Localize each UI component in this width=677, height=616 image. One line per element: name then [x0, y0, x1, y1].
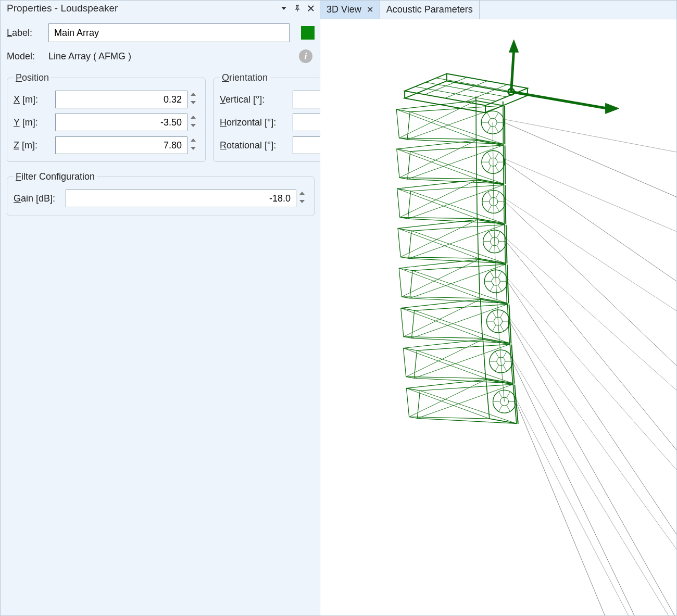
horizontal-label: Horizontal [°]:	[220, 117, 293, 128]
label-label: Label:	[7, 28, 48, 39]
svg-line-124	[506, 238, 676, 398]
gain-input[interactable]	[66, 190, 296, 207]
spin-down-icon[interactable]	[190, 123, 199, 130]
svg-line-98	[493, 162, 494, 202]
position-group: Position X [m]: Y [m]:	[7, 72, 206, 162]
svg-marker-1	[191, 93, 196, 96]
properties-panel-header: Properties - Loudspeaker	[1, 1, 320, 16]
svg-line-45	[495, 126, 498, 132]
svg-marker-2	[191, 101, 196, 104]
y-stepper[interactable]	[55, 114, 199, 131]
svg-line-186	[503, 365, 507, 371]
svg-line-93	[488, 192, 492, 198]
svg-marker-30	[606, 103, 619, 114]
svg-line-187	[495, 365, 499, 371]
svg-line-195	[512, 361, 676, 615]
svg-marker-198	[406, 388, 420, 419]
svg-line-219	[516, 401, 676, 615]
orientation-legend: Orientation	[220, 72, 270, 83]
pin-icon[interactable]	[293, 4, 302, 13]
svg-line-120	[477, 219, 478, 220]
right-panel: 3D View ✕ Acoustic Parameters	[320, 0, 677, 616]
svg-line-220	[516, 398, 676, 615]
label-input[interactable]	[48, 23, 290, 42]
svg-marker-174	[403, 348, 417, 378]
svg-line-165	[492, 311, 496, 318]
svg-line-216	[486, 379, 486, 380]
svg-marker-5	[191, 139, 196, 142]
model-row: Model: Line Array ( AFMG ) i	[7, 49, 315, 63]
spin-down-icon[interactable]	[298, 199, 308, 206]
z-input[interactable]	[55, 136, 187, 154]
svg-line-217	[513, 383, 513, 384]
info-icon[interactable]: i	[299, 49, 312, 63]
panel-menu-icon[interactable]	[279, 4, 289, 13]
spin-up-icon[interactable]	[298, 191, 308, 198]
svg-line-163	[492, 325, 496, 331]
svg-line-206	[420, 391, 516, 423]
svg-line-148	[507, 278, 676, 479]
viewport-3d[interactable]	[320, 19, 676, 615]
spin-down-icon[interactable]	[190, 146, 199, 153]
properties-panel: Properties - Loudspeaker Label:	[0, 0, 320, 616]
svg-line-67	[487, 166, 491, 172]
svg-line-95	[505, 185, 506, 224]
spin-down-icon[interactable]	[190, 100, 199, 107]
color-swatch[interactable]	[301, 26, 315, 40]
svg-line-118	[497, 232, 500, 238]
svg-line-121	[504, 223, 505, 224]
label-row: Label:	[7, 23, 315, 42]
x-label: X [m]:	[14, 94, 55, 105]
svg-line-158	[415, 310, 510, 343]
svg-line-144	[478, 258, 479, 259]
svg-line-145	[505, 263, 506, 265]
svg-line-142	[498, 271, 502, 278]
svg-line-123	[506, 242, 676, 460]
y-input[interactable]	[55, 114, 187, 131]
svg-line-196	[512, 358, 676, 615]
tab-3d-view-label: 3D View	[327, 4, 361, 15]
spin-up-icon[interactable]	[190, 137, 199, 145]
gain-label: Gain [dB]:	[14, 193, 66, 204]
svg-marker-28	[509, 40, 519, 52]
svg-line-139	[490, 285, 494, 291]
svg-line-213	[499, 392, 503, 398]
svg-line-143	[507, 265, 508, 303]
tab-strip: 3D View ✕ Acoustic Parameters	[320, 1, 676, 19]
svg-line-94	[496, 192, 499, 198]
svg-line-51	[504, 122, 676, 200]
svg-line-115	[489, 245, 493, 252]
tab-acoustic-parameters[interactable]: Acoustic Parameters	[380, 1, 480, 19]
spin-up-icon[interactable]	[190, 92, 199, 99]
rotational-label: Rotational [°]:	[220, 140, 293, 151]
svg-marker-0	[281, 7, 286, 10]
spin-up-icon[interactable]	[190, 115, 199, 122]
gain-stepper[interactable]	[66, 190, 308, 207]
x-stepper[interactable]	[55, 91, 199, 108]
tab-3d-view[interactable]: 3D View ✕	[320, 1, 380, 19]
svg-line-193	[509, 343, 510, 344]
svg-line-210	[507, 405, 510, 411]
svg-marker-150	[401, 308, 415, 338]
svg-line-100	[505, 198, 676, 316]
position-legend: Position	[14, 72, 51, 83]
close-icon[interactable]	[306, 4, 316, 13]
svg-line-39	[396, 109, 476, 139]
tab-close-icon[interactable]: ✕	[367, 5, 373, 15]
svg-line-76	[505, 159, 676, 235]
svg-line-114	[497, 245, 500, 252]
model-value: Line Array ( AFMG )	[48, 51, 299, 62]
svg-line-29	[511, 92, 608, 108]
svg-line-189	[495, 351, 499, 358]
svg-line-190	[503, 351, 507, 358]
svg-line-91	[488, 205, 492, 211]
properties-panel-title: Properties - Loudspeaker	[7, 3, 275, 14]
x-input[interactable]	[55, 91, 187, 108]
y-label: Y [m]:	[14, 117, 55, 128]
svg-line-70	[495, 152, 499, 158]
z-stepper[interactable]	[55, 136, 199, 154]
svg-line-141	[490, 271, 494, 278]
tab-acoustic-parameters-label: Acoustic Parameters	[386, 4, 473, 15]
z-label: Z [m]:	[14, 140, 55, 151]
svg-line-192	[482, 338, 483, 340]
